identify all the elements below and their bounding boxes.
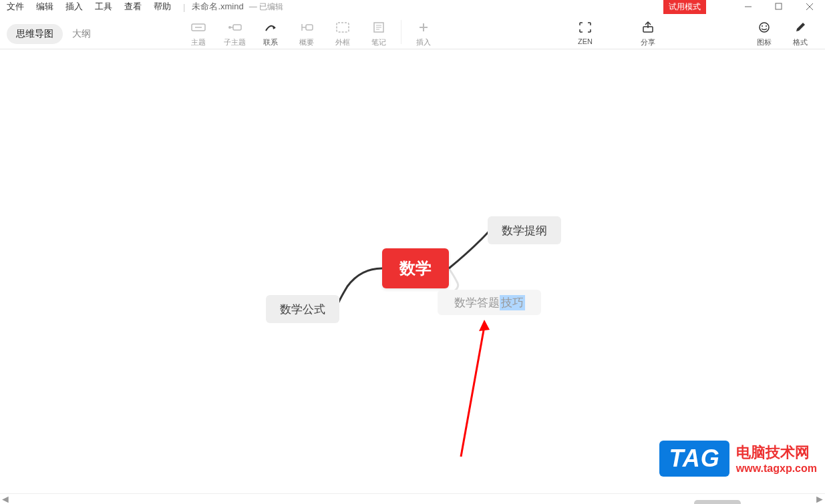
annotation-arrow <box>448 316 501 463</box>
node-skills-editing[interactable]: 数学答题技巧 <box>438 290 541 315</box>
svg-rect-12 <box>306 25 313 30</box>
svg-point-6 <box>228 26 231 29</box>
mindmap-canvas[interactable]: 数学 数学公式 数学提纲 数学答题技巧 TAG 电脑技术网 www.tagxp.… <box>0 49 825 490</box>
node-formula[interactable]: 数学公式 <box>266 295 339 323</box>
menu-file[interactable]: 文件 <box>7 1 24 13</box>
node-skills-text: 数学答题 <box>454 295 500 310</box>
watermark-tag: TAG <box>659 441 729 477</box>
menu-tools[interactable]: 工具 <box>95 1 112 13</box>
scroll-thumb[interactable] <box>694 500 741 505</box>
svg-point-23 <box>762 25 763 27</box>
topic-label: 主题 <box>191 37 206 47</box>
tool-summary[interactable]: 概要 <box>289 16 325 47</box>
insert-icon <box>416 20 432 35</box>
toolbar: 思维导图 大纲 主题 子主题 联系 概要 外框 笔记 插 <box>0 16 825 49</box>
relationship-label: 联系 <box>263 37 278 47</box>
menu-view[interactable]: 查看 <box>124 1 142 13</box>
tool-subtopic[interactable]: 子主题 <box>216 16 253 47</box>
svg-marker-26 <box>479 320 490 331</box>
svg-rect-7 <box>233 25 241 30</box>
zen-label: ZEN <box>578 37 593 45</box>
scroll-right-arrow[interactable]: ► <box>814 493 825 505</box>
tab-outline[interactable]: 大纲 <box>63 24 100 44</box>
share-icon <box>640 20 656 35</box>
sticker-label: 图标 <box>757 37 772 47</box>
boundary-label: 外框 <box>335 37 350 47</box>
node-center[interactable]: 数学 <box>382 248 449 288</box>
watermark-url: www.tagxp.com <box>736 463 817 475</box>
node-outline[interactable]: 数学提纲 <box>488 216 561 244</box>
menu-help[interactable]: 帮助 <box>154 1 171 13</box>
watermark-title: 电脑技术网 <box>736 443 810 463</box>
smiley-icon <box>756 20 772 35</box>
menu-divider: | <box>183 2 185 12</box>
node-skills-selection: 技巧 <box>500 295 525 310</box>
maximize-icon <box>775 3 783 11</box>
tool-relationship[interactable]: 联系 <box>253 16 289 47</box>
scroll-left-arrow[interactable]: ◄ <box>0 493 11 505</box>
summary-label: 概要 <box>299 37 314 47</box>
brush-icon <box>792 20 808 35</box>
subtopic-icon <box>226 20 242 35</box>
format-label: 格式 <box>793 37 808 47</box>
horizontal-scrollbar[interactable]: ◄ ► <box>0 493 825 504</box>
watermark: TAG 电脑技术网 www.tagxp.com <box>659 441 817 477</box>
relationship-icon <box>263 20 279 35</box>
close-icon <box>806 3 814 11</box>
document-status: — 已编辑 <box>249 1 283 13</box>
close-button[interactable] <box>794 0 825 13</box>
svg-point-22 <box>760 23 769 32</box>
minimize-button[interactable] <box>733 0 764 13</box>
tool-sticker[interactable]: 图标 <box>746 16 782 47</box>
document-filename: 未命名.xmind <box>192 1 243 13</box>
tool-group-right: ZEN 分享 图标 格式 <box>567 16 818 47</box>
tool-insert[interactable]: 插入 <box>405 16 442 47</box>
tool-group-main: 主题 子主题 联系 概要 外框 笔记 插入 <box>180 16 442 47</box>
tool-share[interactable]: 分享 <box>630 16 666 47</box>
share-label: 分享 <box>641 37 655 47</box>
toolbar-separator <box>401 20 401 44</box>
minimize-icon <box>744 3 752 11</box>
zen-icon <box>577 20 593 35</box>
tool-topic[interactable]: 主题 <box>180 16 216 47</box>
trial-mode-badge[interactable]: 试用模式 <box>663 0 706 14</box>
menu-insert[interactable]: 插入 <box>65 1 83 13</box>
subtopic-label: 子主题 <box>224 37 246 47</box>
svg-rect-13 <box>337 23 349 32</box>
svg-rect-1 <box>776 3 782 9</box>
tool-boundary[interactable]: 外框 <box>325 16 361 47</box>
note-label: 笔记 <box>371 37 386 47</box>
tool-format[interactable]: 格式 <box>782 16 818 47</box>
tab-mindmap[interactable]: 思维导图 <box>7 24 63 44</box>
svg-point-24 <box>766 25 767 27</box>
window-controls: 试用模式 <box>663 0 825 13</box>
summary-icon <box>299 20 315 35</box>
menu-edit[interactable]: 编辑 <box>36 1 53 13</box>
topic-icon <box>190 20 206 35</box>
maximize-button[interactable] <box>764 0 794 13</box>
tool-zen[interactable]: ZEN <box>567 16 603 45</box>
svg-line-25 <box>461 326 484 457</box>
view-tabs: 思维导图 大纲 <box>7 24 100 44</box>
tool-note[interactable]: 笔记 <box>361 16 397 47</box>
boundary-icon <box>335 20 351 35</box>
insert-label: 插入 <box>416 37 431 47</box>
note-icon <box>371 20 387 35</box>
